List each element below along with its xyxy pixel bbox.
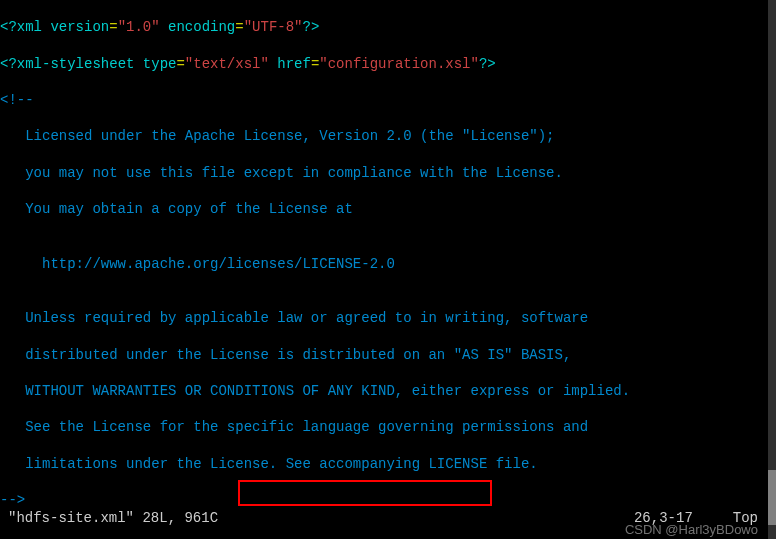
comment-line: http://www.apache.org/licenses/LICENSE-2… [0,255,776,273]
comment-line: limitations under the License. See accom… [0,455,776,473]
watermark: CSDN @Harl3yBDowo [625,522,758,539]
comment-line: You may obtain a copy of the License at [0,200,776,218]
xml-declaration: <?xml version="1.0" encoding="UTF-8"?> [0,18,776,36]
comment-line: WITHOUT WARRANTIES OR CONDITIONS OF ANY … [0,382,776,400]
comment-close: --> [0,491,776,509]
comment-line: distributed under the License is distrib… [0,346,776,364]
status-filename: "hdfs-site.xml" 28L, 961C [8,509,218,527]
comment-line: you may not use this file except in comp… [0,164,776,182]
comment-open: <!-- [0,91,776,109]
terminal-editor[interactable]: <?xml version="1.0" encoding="UTF-8"?> <… [0,0,776,539]
scrollbar[interactable] [768,0,776,539]
comment-line: Unless required by applicable law or agr… [0,309,776,327]
comment-line: Licensed under the Apache License, Versi… [0,127,776,145]
scrollbar-thumb[interactable] [768,470,776,525]
xml-stylesheet: <?xml-stylesheet type="text/xsl" href="c… [0,55,776,73]
comment-line: See the License for the specific languag… [0,418,776,436]
